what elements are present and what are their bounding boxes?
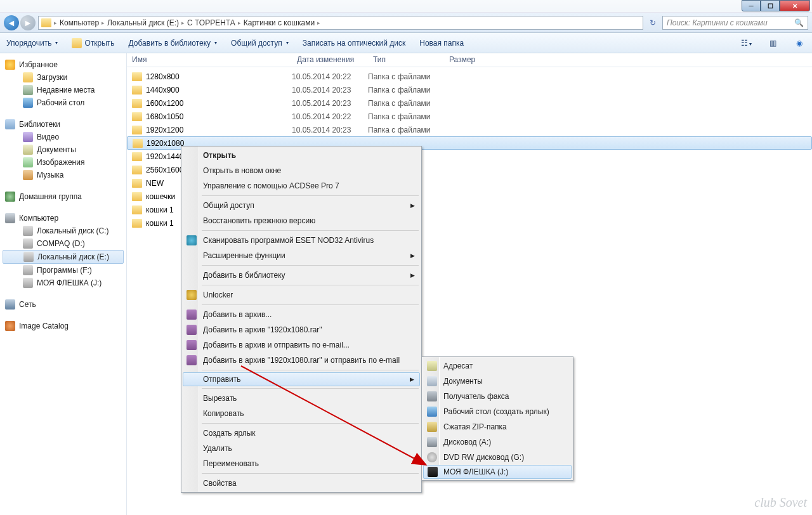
sidebar-item-disk-f[interactable]: Программы (F:) [0, 264, 126, 277]
maximize-button[interactable]: ☐ [761, 0, 780, 11]
open-button[interactable]: Открыть [72, 38, 114, 48]
menu-label: Открыть [203, 151, 236, 160]
context-menu-item[interactable]: Свойства [183, 476, 420, 491]
file-row[interactable]: 1600x120010.05.2014 20:23Папка с файлами [127, 96, 812, 110]
breadcrumb[interactable]: ▸ Компьютер▸ Локальный диск (E:)▸ С ТОРР… [38, 16, 643, 30]
breadcrumb-segment[interactable]: Компьютер [60, 18, 99, 27]
sendto-menu-item[interactable]: Документы [423, 374, 572, 389]
file-row[interactable]: 1280x80010.05.2014 20:22Папка с файлами [127, 70, 812, 83]
submenu-arrow-icon: ▶ [410, 202, 415, 209]
context-menu-item[interactable]: Удалить [183, 441, 420, 456]
file-date: 10.05.2014 20:22 [292, 72, 368, 81]
context-menu-item[interactable]: Сканировать программой ESET NOD32 Antivi… [183, 233, 420, 248]
context-menu-item[interactable]: Добавить в архив "1920x1080.rar" [183, 322, 420, 337]
file-row[interactable]: 1920x120010.05.2014 20:23Папка с файлами [127, 123, 812, 136]
sidebar-item-disk-j[interactable]: МОЯ ФЛЕШКА (J:) [0, 277, 126, 289]
sidebar-image-catalog[interactable]: Image Catalog [0, 320, 126, 332]
file-name: 1920x1080 [147, 139, 184, 148]
file-type: Папка с файлами [368, 99, 444, 108]
breadcrumb-segment[interactable]: С ТОРРЕНТА [187, 18, 235, 27]
menu-label: Открыть в новом окне [203, 166, 281, 175]
file-name: 1600x1200 [146, 99, 183, 108]
column-type[interactable]: Тип [368, 53, 444, 67]
sidebar-item-music[interactable]: Музыка [0, 169, 126, 181]
close-button[interactable]: ✕ [780, 0, 810, 11]
file-date: 10.05.2014 20:22 [292, 112, 368, 121]
menu-label: Добавить в архив и отправить по e-mail..… [203, 341, 350, 349]
context-menu-item[interactable]: Восстановить прежнюю версию [183, 213, 420, 228]
context-menu-item[interactable]: Расширенные функции▶ [183, 248, 420, 263]
sidebar-homegroup[interactable]: Домашняя группа [0, 190, 126, 203]
context-menu-item[interactable]: Unlocker [183, 287, 420, 303]
sidebar-item-documents[interactable]: Документы [0, 143, 126, 156]
forward-button[interactable]: ► [20, 15, 36, 30]
search-input[interactable]: Поиск: Картинки с кошками 🔍 [662, 16, 808, 30]
column-header[interactable]: Имя Дата изменения Тип Размер [127, 53, 812, 67]
column-date[interactable]: Дата изменения [292, 53, 368, 67]
sendto-submenu: АдресатДокументыПолучатель факсаРабочий … [421, 356, 573, 481]
context-menu-item[interactable]: Отправить▶ [183, 372, 420, 386]
context-menu-item[interactable]: Добавить в архив "1920x1080.rar" и отпра… [183, 353, 420, 368]
watermark: club Sovet [754, 495, 807, 510]
sendto-menu-item[interactable]: DVD RW дисковод (G:) [423, 450, 572, 465]
sidebar-item-disk-d[interactable]: COMPAQ (D:) [0, 237, 126, 250]
folder-icon [132, 152, 142, 161]
sidebar-item-pictures[interactable]: Изображения [0, 156, 126, 169]
view-button[interactable]: ☷ [740, 39, 752, 48]
sidebar-libraries[interactable]: Библиотеки [0, 118, 126, 131]
context-menu-item[interactable]: Открыть [183, 148, 420, 163]
file-row[interactable]: 1680x105010.05.2014 20:22Папка с файлами [127, 110, 812, 123]
sidebar-computer[interactable]: Компьютер [0, 212, 126, 225]
menu-label: Документы [443, 377, 483, 386]
help-button[interactable]: ◉ [793, 39, 806, 48]
sendto-menu-item[interactable]: Адресат [423, 358, 572, 374]
folder-icon [132, 86, 142, 95]
sendto-menu-item[interactable]: МОЯ ФЛЕШКА (J:) [423, 465, 572, 479]
context-menu-item[interactable]: Переименовать [183, 456, 420, 471]
sidebar-network[interactable]: Сеть [0, 298, 126, 311]
sendto-menu-item[interactable]: Рабочий стол (создать ярлык) [423, 404, 572, 419]
share-button[interactable]: Общий доступ [231, 39, 289, 48]
add-to-library-button[interactable]: Добавить в библиотеку [129, 39, 218, 48]
file-row[interactable]: 1440x90010.05.2014 20:23Папка с файлами [127, 83, 812, 96]
sidebar-item-downloads[interactable]: Загрузки [0, 71, 126, 84]
menu-label: Свойства [203, 479, 237, 488]
sidebar-item-recent[interactable]: Недавние места [0, 84, 126, 96]
sendto-menu-item[interactable]: Сжатая ZIP-папка [423, 419, 572, 434]
column-name[interactable]: Имя [127, 53, 292, 67]
breadcrumb-segment[interactable]: Локальный диск (E:) [107, 18, 179, 27]
preview-pane-button[interactable]: ▥ [766, 39, 779, 48]
disk-icon [23, 265, 33, 275]
sidebar-favorites[interactable]: Избранное [0, 58, 126, 71]
breadcrumb-segment[interactable]: Картинки с кошками [244, 18, 315, 27]
sidebar-item-disk-c[interactable]: Локальный диск (C:) [0, 225, 126, 237]
menu-label: Сканировать программой ESET NOD32 Antivi… [203, 236, 374, 245]
column-size[interactable]: Размер [444, 53, 495, 67]
back-button[interactable]: ◄ [4, 15, 19, 30]
context-menu-item[interactable]: Общий доступ▶ [183, 198, 420, 213]
menu-label: Адресат [443, 362, 473, 370]
refresh-button[interactable]: ↻ [646, 18, 660, 27]
burn-button[interactable]: Записать на оптический диск [303, 39, 406, 48]
organize-button[interactable]: Упорядочить [6, 39, 58, 48]
menu-icon [187, 340, 197, 350]
context-menu-item[interactable]: Добавить в архив... [183, 307, 420, 322]
new-folder-button[interactable]: Новая папка [419, 39, 464, 48]
context-menu-item[interactable]: Копировать [183, 406, 420, 421]
minimize-button[interactable]: ─ [742, 0, 761, 11]
context-menu-item[interactable]: Создать ярлык [183, 426, 420, 441]
context-menu-item[interactable]: Вырезать [183, 391, 420, 406]
sidebar-item-videos[interactable]: Видео [0, 131, 126, 143]
context-menu-item[interactable]: Добавить в архив и отправить по e-mail..… [183, 337, 420, 353]
sidebar-item-desktop[interactable]: Рабочий стол [0, 96, 126, 109]
titlebar [0, 0, 812, 13]
sendto-menu-item[interactable]: Дисковод (A:) [423, 434, 572, 450]
context-menu-item[interactable]: Добавить в библиотеку▶ [183, 268, 420, 283]
sidebar-item-disk-e[interactable]: Локальный диск (E:) [3, 250, 124, 264]
file-type: Папка с файлами [368, 112, 444, 121]
context-menu-item[interactable]: Управление с помощью ACDSee Pro 7 [183, 178, 420, 193]
context-menu-item[interactable]: Открыть в новом окне [183, 163, 420, 178]
pictures-icon [23, 157, 33, 167]
sendto-menu-item[interactable]: Получатель факса [423, 389, 572, 404]
menu-label: Удалить [203, 444, 232, 453]
